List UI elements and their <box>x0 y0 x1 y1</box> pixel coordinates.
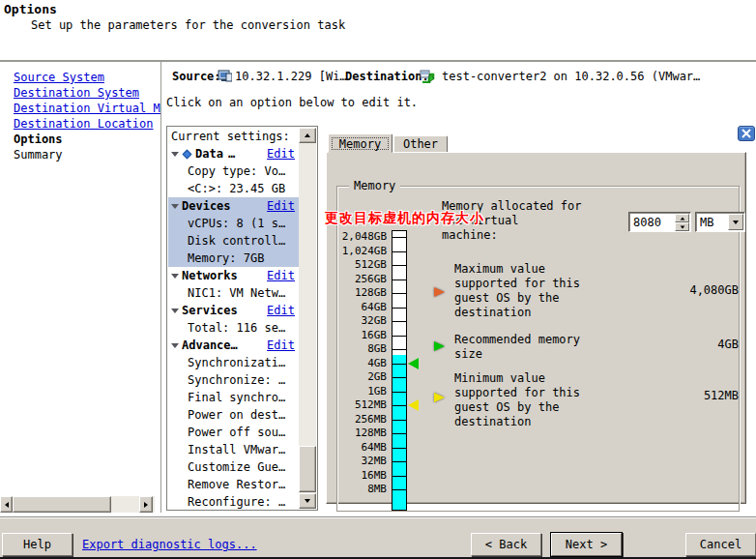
scroll-thumb[interactable] <box>299 446 316 492</box>
export-diagnostic-logs-link[interactable]: Export diagnostic logs... <box>82 538 257 551</box>
help-button[interactable]: Help <box>2 533 73 556</box>
sidebar-item-destination-system[interactable]: Destination System <box>0 85 160 101</box>
tab-memory[interactable]: Memory <box>328 133 393 153</box>
settings-item-text: Remove Restor… <box>188 476 285 493</box>
settings-item-text: NIC1: VM Netw… <box>188 284 285 302</box>
edit-link[interactable]: Edit <box>267 145 295 162</box>
scale-tick-line <box>393 420 406 421</box>
recommended-value-icon <box>434 341 445 351</box>
sidebar-nav: Source SystemDestination SystemDestinati… <box>0 62 160 162</box>
scroll-right-button[interactable] <box>139 496 153 513</box>
scale-tick-line <box>393 280 406 280</box>
sidebar-item-destination-location[interactable]: Destination Location <box>0 116 160 132</box>
minimum-value-icon <box>434 393 445 402</box>
memory-bar <box>392 230 407 511</box>
settings-section-networks[interactable]: NetworksEdit <box>168 267 299 284</box>
settings-item-text: Synchronizati… <box>188 354 285 371</box>
settings-item[interactable]: Memory: 7GB <box>168 250 299 267</box>
collapse-arrow-icon[interactable] <box>171 152 179 157</box>
settings-item-text: Reconfigure: … <box>188 493 285 509</box>
scale-tick-line <box>393 476 406 477</box>
spin-up-button[interactable] <box>675 214 689 222</box>
next-button[interactable]: Next > <box>551 533 622 556</box>
settings-section-data[interactable]: Data…Edit <box>168 145 299 162</box>
edit-link[interactable]: Edit <box>267 302 295 319</box>
memory-unit-select[interactable]: MB <box>695 212 745 232</box>
settings-section-devices[interactable]: DevicesEdit <box>168 197 299 215</box>
section-label: Networks <box>182 267 238 284</box>
maximum-value-icon <box>434 287 445 297</box>
maximum-value-amount: 4,080GB <box>618 283 739 298</box>
memory-unit-value: MB <box>700 215 713 230</box>
scale-tick-line <box>393 392 406 393</box>
settings-section-services[interactable]: ServicesEdit <box>168 302 299 319</box>
settings-item[interactable]: NIC1: VM Netw… <box>168 284 299 302</box>
settings-item[interactable]: Final synchro… <box>168 389 299 406</box>
collapse-arrow-icon[interactable] <box>171 309 179 313</box>
settings-item[interactable]: vCPUs: 8 (1 s… <box>168 215 299 232</box>
scale-tick-label: 256GB <box>337 273 387 286</box>
settings-item[interactable]: Power off sou… <box>168 424 299 441</box>
ellipsis-text: … <box>228 145 235 162</box>
settings-item[interactable]: Total: 116 se… <box>168 319 299 337</box>
computer-icon <box>218 70 232 86</box>
settings-item-text: Power on dest… <box>188 406 285 424</box>
scale-tick-line <box>393 336 406 337</box>
scale-tick-label: 16GB <box>337 329 387 342</box>
options-edit-dialog: MemoryOther 更改目标虚机的内存大小 Memory 2,048GB1,… <box>326 133 746 504</box>
settings-list-title: Current settings: <box>168 128 299 145</box>
scale-tick-label: 2GB <box>337 370 387 384</box>
settings-item[interactable]: Power on dest… <box>168 406 299 424</box>
edit-link[interactable]: Edit <box>267 197 295 215</box>
sidebar-separator <box>160 62 161 513</box>
settings-item-text: Memory: 7GB <box>188 250 264 267</box>
sidebar-item-destination-virtual-machine[interactable]: Destination Virtual Machine <box>0 101 160 116</box>
sidebar-item-source-system[interactable]: Source System <box>0 70 160 85</box>
collapse-arrow-icon[interactable] <box>171 343 179 348</box>
diamond-icon <box>183 149 192 159</box>
settings-item[interactable]: Install VMwar… <box>168 441 299 458</box>
edit-link[interactable]: Edit <box>267 267 295 284</box>
settings-item[interactable]: Disk controll… <box>168 232 299 250</box>
settings-item[interactable]: Reconfigure: … <box>168 493 299 509</box>
settings-section-advance[interactable]: Advance…Edit <box>168 337 299 354</box>
tab-body: 更改目标虚机的内存大小 Memory 2,048GB1,024GB512GB25… <box>326 152 746 504</box>
collapse-arrow-icon[interactable] <box>171 274 179 279</box>
scroll-down-button[interactable] <box>299 493 316 509</box>
back-button[interactable]: < Back <box>471 533 541 556</box>
scale-tick-line <box>393 265 406 266</box>
settings-item[interactable]: Synchronizati… <box>168 354 299 371</box>
collapse-arrow-icon[interactable] <box>171 204 179 209</box>
settings-item-text: vCPUs: 8 (1 s… <box>188 215 285 232</box>
scale-tick-label: 128GB <box>337 286 387 300</box>
settings-item-text: Customize Gue… <box>188 458 285 476</box>
memory-value-input[interactable] <box>631 214 674 230</box>
maximum-value-text: guest OS by the <box>454 291 609 306</box>
spin-down-button[interactable] <box>675 222 689 231</box>
settings-vertical-scrollbar[interactable] <box>299 128 316 509</box>
scale-tick-label: 2,048GB <box>337 230 387 244</box>
settings-item-text: Power off sou… <box>188 424 285 441</box>
dropdown-button[interactable] <box>728 214 743 230</box>
tab-other[interactable]: Other <box>393 135 448 153</box>
settings-item[interactable]: Copy type: Vo… <box>168 162 299 180</box>
scroll-up-button[interactable] <box>299 128 316 143</box>
cancel-button[interactable]: Cancel <box>685 533 756 556</box>
scroll-left-icon <box>5 502 9 508</box>
memory-group-label: Memory <box>349 179 400 192</box>
settings-item[interactable]: <C:>: 23.45 GB <box>168 180 299 197</box>
edit-link[interactable]: Edit <box>267 337 295 354</box>
settings-item[interactable]: Customize Gue… <box>168 458 299 476</box>
scroll-thumb[interactable] <box>13 496 111 513</box>
sidebar-horizontal-scrollbar[interactable] <box>0 496 155 513</box>
scale-tick-line <box>393 377 406 378</box>
source-label: Source: <box>172 69 221 84</box>
alloc-label-line: machine: <box>442 228 606 243</box>
settings-item[interactable]: Remove Restor… <box>168 476 299 493</box>
scale-tick-label: 512GB <box>337 258 387 272</box>
scale-tick-label: 64MB <box>337 441 387 455</box>
close-button[interactable] <box>738 126 755 141</box>
scroll-left-button[interactable] <box>0 496 13 513</box>
settings-item[interactable]: Synchronize: … <box>168 371 299 389</box>
scale-tick-label: 256MB <box>337 413 387 427</box>
